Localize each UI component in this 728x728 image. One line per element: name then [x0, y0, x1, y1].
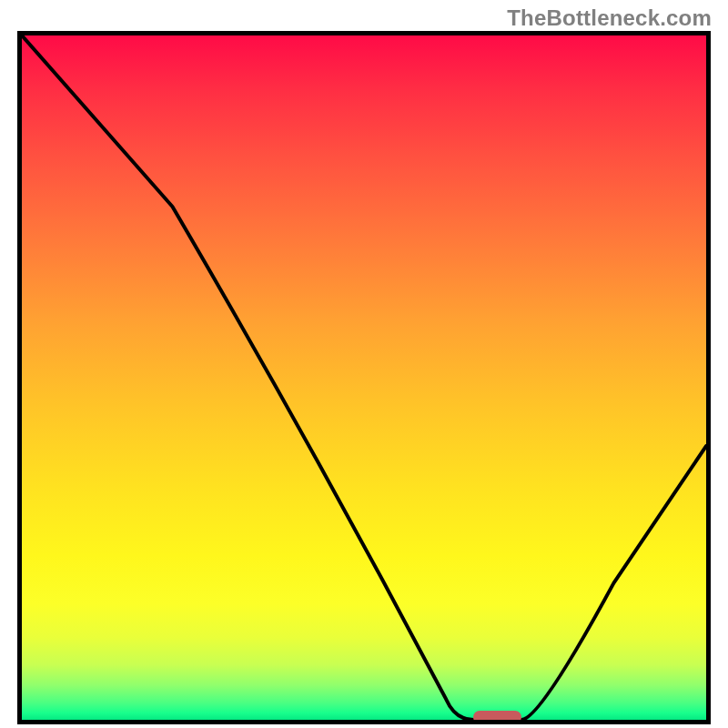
bottleneck-curve [22, 35, 706, 720]
optimal-range-marker [473, 711, 521, 723]
chart-container: TheBottleneck.com [0, 0, 728, 728]
watermark-text: TheBottleneck.com [507, 5, 712, 31]
plot-frame [17, 31, 711, 724]
